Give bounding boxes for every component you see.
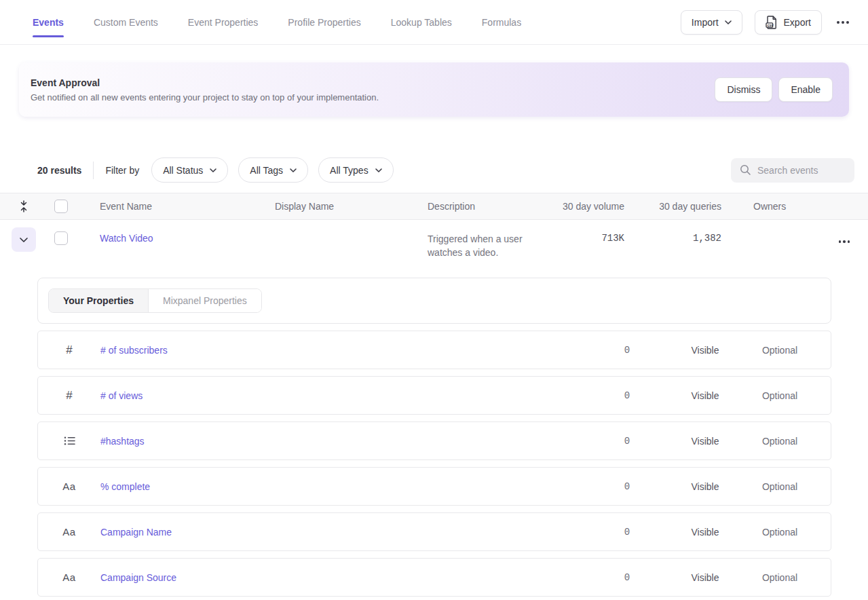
text-icon: Aa	[38, 571, 100, 583]
dismiss-button[interactable]: Dismiss	[715, 77, 772, 102]
text-glyph: Aa	[62, 526, 75, 538]
column-description: Description	[428, 201, 556, 212]
search-box	[731, 158, 854, 183]
property-name-link[interactable]: #hashtags	[100, 436, 586, 447]
row-menu-icon[interactable]	[836, 236, 853, 247]
banner-actions: Dismiss Enable	[715, 77, 833, 102]
row-checkbox[interactable]	[54, 231, 68, 245]
chevron-down-icon	[290, 168, 297, 172]
property-queries: 0	[586, 436, 668, 447]
property-row: Aa Campaign Source 0 Visible Optional	[37, 558, 831, 597]
property-row: # # of views 0 Visible Optional	[37, 376, 831, 415]
csv-file-icon: csv	[766, 16, 778, 29]
text-glyph: Aa	[62, 481, 75, 492]
text-glyph: Aa	[62, 571, 75, 583]
tags-filter-label: All Tags	[250, 165, 283, 176]
chevron-down-icon	[375, 168, 382, 172]
properties-tabs-card: Your Properties Mixpanel Properties	[37, 278, 831, 324]
nav-tabs: Events Custom Events Event Properties Pr…	[33, 0, 521, 44]
property-visibility: Visible	[668, 390, 742, 401]
property-requirement: Optional	[742, 345, 817, 356]
types-filter-label: All Types	[330, 165, 369, 176]
number-glyph: #	[66, 389, 72, 402]
filter-bar: 20 results Filter by All Status All Tags…	[0, 157, 868, 183]
status-filter-dropdown[interactable]: All Status	[151, 157, 228, 183]
property-requirement: Optional	[742, 436, 817, 447]
chevron-down-icon	[210, 168, 216, 172]
property-row: #hashtags 0 Visible Optional	[37, 421, 831, 460]
property-visibility: Visible	[668, 481, 742, 492]
property-requirement: Optional	[742, 390, 817, 401]
enable-button[interactable]: Enable	[778, 77, 833, 102]
import-button[interactable]: Import	[681, 10, 742, 35]
property-queries: 0	[586, 390, 668, 401]
property-queries: 0	[586, 481, 668, 492]
number-icon: #	[38, 389, 100, 402]
import-button-label: Import	[692, 17, 719, 28]
property-queries: 0	[586, 572, 668, 583]
results-count: 20 results	[37, 165, 81, 176]
status-filter-label: All Status	[163, 165, 203, 176]
tab-events[interactable]: Events	[33, 0, 64, 44]
tab-profile-properties[interactable]: Profile Properties	[288, 0, 360, 44]
property-queries: 0	[586, 527, 668, 538]
queries-cell: 1,382	[693, 220, 721, 244]
column-volume: 30 day volume	[563, 201, 624, 212]
tab-mixpanel-properties[interactable]: Mixpanel Properties	[149, 289, 261, 312]
csv-badge-text: csv	[767, 22, 774, 26]
property-visibility: Visible	[668, 345, 742, 356]
property-visibility: Visible	[668, 436, 742, 447]
property-visibility: Visible	[668, 572, 742, 583]
properties-tab-switcher: Your Properties Mixpanel Properties	[48, 288, 262, 313]
chevron-down-icon	[725, 20, 732, 24]
tab-custom-events[interactable]: Custom Events	[94, 0, 158, 44]
property-visibility: Visible	[668, 527, 742, 538]
property-name-link[interactable]: Campaign Source	[100, 572, 586, 583]
event-approval-banner: Event Approval Get notified on all new e…	[19, 62, 849, 117]
column-display-name: Display Name	[275, 201, 428, 212]
more-options-icon[interactable]	[834, 17, 852, 28]
property-row: # # of subscribers 0 Visible Optional	[37, 331, 831, 369]
property-requirement: Optional	[742, 481, 817, 492]
property-requirement: Optional	[742, 527, 817, 538]
chevron-down-icon	[20, 238, 28, 242]
select-all-checkbox[interactable]	[54, 200, 68, 213]
tab-event-properties[interactable]: Event Properties	[188, 0, 259, 44]
text-icon: Aa	[38, 481, 100, 492]
table-row: Watch Video Triggered when a user watche…	[0, 220, 868, 278]
column-event-name: Event Name	[100, 201, 275, 212]
number-icon: #	[38, 343, 100, 357]
banner-subtitle: Get notified on all new events entering …	[31, 92, 379, 102]
property-name-link[interactable]: % complete	[100, 481, 586, 492]
table-header: Event Name Display Name Description 30 d…	[0, 193, 868, 220]
property-requirement: Optional	[742, 572, 817, 583]
number-glyph: #	[66, 343, 72, 357]
property-name-link[interactable]: # of views	[100, 390, 586, 401]
collapse-row-button[interactable]	[12, 227, 36, 252]
export-button[interactable]: csv Export	[755, 10, 822, 35]
search-icon	[740, 164, 751, 176]
event-name-link[interactable]: Watch Video	[100, 220, 275, 244]
types-filter-dropdown[interactable]: All Types	[318, 157, 394, 183]
tab-your-properties[interactable]: Your Properties	[49, 289, 149, 312]
collapse-all-icon[interactable]	[0, 200, 48, 212]
property-row: Aa % complete 0 Visible Optional	[37, 467, 831, 506]
top-navigation: Events Custom Events Event Properties Pr…	[0, 0, 868, 45]
search-input[interactable]	[757, 165, 852, 176]
filter-by-label: Filter by	[105, 165, 139, 176]
text-icon: Aa	[38, 526, 100, 538]
tab-formulas[interactable]: Formulas	[482, 0, 521, 44]
lexicon-page: Events Custom Events Event Properties Pr…	[0, 0, 868, 600]
banner-title: Event Approval	[31, 77, 379, 88]
property-row: Aa Campaign Name 0 Visible Optional	[37, 512, 831, 551]
volume-cell: 713K	[601, 220, 624, 244]
property-name-link[interactable]: # of subscribers	[100, 345, 586, 356]
tags-filter-dropdown[interactable]: All Tags	[238, 157, 308, 183]
nav-actions: Import csv Export	[681, 10, 852, 35]
tab-lookup-tables[interactable]: Lookup Tables	[391, 0, 452, 44]
export-button-label: Export	[784, 17, 811, 28]
property-name-link[interactable]: Campaign Name	[100, 527, 586, 538]
list-icon	[38, 436, 100, 446]
property-queries: 0	[586, 345, 668, 356]
properties-panel: Your Properties Mixpanel Properties # # …	[37, 278, 831, 600]
